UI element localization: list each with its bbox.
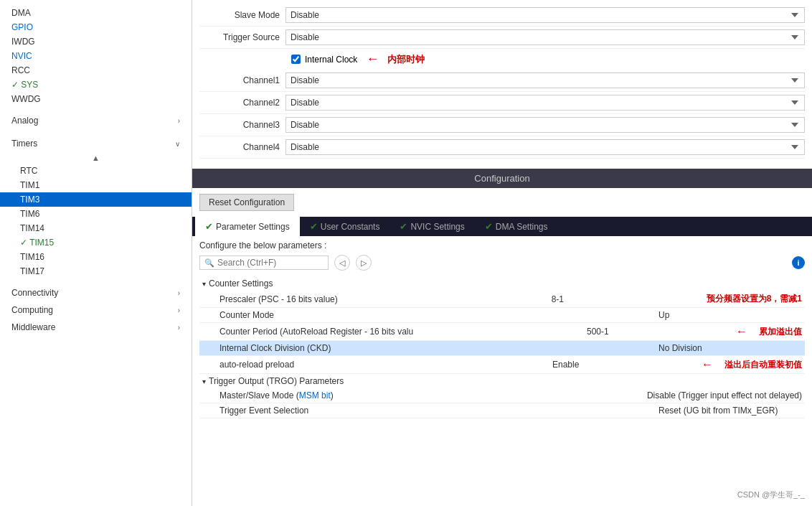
channel1-select[interactable]: Disable: [285, 72, 805, 88]
clock-division-value: No Division: [658, 343, 802, 353]
channel4-row: Channel4 Disable: [199, 136, 805, 159]
channel2-select[interactable]: Disable: [285, 95, 805, 111]
sidebar-section-connectivity[interactable]: Connectivity ›: [0, 284, 192, 301]
timers-arrow-icon: ∨: [175, 140, 180, 148]
internal-clock-row: Internal Clock ← 内部时钟: [199, 49, 805, 70]
sort-arrow-icon: ▲: [0, 152, 192, 164]
middleware-arrow-icon: ›: [178, 324, 180, 332]
prescaler-label: Prescaler (PSC - 16 bits value): [219, 294, 552, 304]
trigger-source-row: Trigger Source Disable: [199, 27, 805, 49]
master-slave-value: Disable (Trigger input effect not delaye…: [647, 390, 802, 400]
arrow-annotation-icon: ←: [366, 52, 379, 67]
reset-configuration-button[interactable]: Reset Configuration: [199, 194, 294, 211]
clock-division-row[interactable]: Internal Clock Division (CKD) No Divisio…: [199, 341, 805, 356]
counter-period-arrow-icon: ←: [736, 325, 747, 338]
tab-icon-nvic: ✔: [400, 221, 407, 232]
sidebar-item-tim17[interactable]: TIM17: [0, 264, 192, 278]
sidebar-item-tim15[interactable]: TIM15: [0, 235, 192, 250]
sidebar-item-tim1[interactable]: TIM1: [0, 178, 192, 192]
sidebar-item-dma[interactable]: DMA: [0, 6, 192, 20]
counter-mode-value: Up: [658, 310, 802, 320]
sidebar-item-nvic[interactable]: NVIC: [0, 49, 192, 63]
sidebar-item-gpio[interactable]: GPIO: [0, 20, 192, 34]
prescaler-row: Prescaler (PSC - 16 bits value) 8-1 预分频器…: [199, 291, 805, 308]
slave-mode-label: Slave Mode: [199, 10, 285, 20]
trigger-output-collapse-icon: ▾: [202, 378, 206, 385]
tab-label-dma: DMA Settings: [496, 222, 548, 232]
counter-settings-header[interactable]: ▾ Counter Settings: [199, 276, 805, 291]
sidebar-item-rtc[interactable]: RTC: [0, 164, 192, 178]
sidebar-item-rcc[interactable]: RCC: [0, 63, 192, 78]
search-input-wrap: 🔍: [199, 256, 329, 270]
master-slave-row: Master/Slave Mode (MSM bit) Disable (Tri…: [199, 388, 805, 403]
counter-period-label: Counter Period (AutoReload Register - 16…: [219, 327, 587, 337]
channel3-row: Channel3 Disable: [199, 114, 805, 136]
slave-mode-select[interactable]: Disable: [285, 7, 805, 23]
sidebar-item-tim6[interactable]: TIM6: [0, 207, 192, 221]
tabs-row: ✔ Parameter Settings ✔ User Constants ✔ …: [192, 217, 812, 236]
sidebar-section-middleware[interactable]: Middleware ›: [0, 319, 192, 336]
configuration-header: Configuration: [192, 169, 812, 188]
tab-user-constants[interactable]: ✔ User Constants: [300, 217, 390, 236]
sidebar: DMA GPIO IWDG NVIC RCC SYS WWDG Analog ›…: [0, 0, 192, 506]
tab-nvic-settings[interactable]: ✔ NVIC Settings: [390, 217, 474, 236]
params-area: Configure the below parameters : 🔍 ◁ ▷ i…: [192, 236, 812, 423]
sidebar-item-wwdg[interactable]: WWDG: [0, 92, 192, 106]
internal-clock-label: Internal Clock: [305, 55, 357, 65]
tab-dma-settings[interactable]: ✔ DMA Settings: [475, 217, 558, 236]
trigger-source-label: Trigger Source: [199, 32, 285, 42]
sidebar-section-analog[interactable]: Analog ›: [0, 112, 192, 129]
info-button[interactable]: i: [792, 256, 805, 269]
sidebar-section-computing[interactable]: Computing ›: [0, 301, 192, 319]
trigger-event-label: Trigger Event Selection: [219, 406, 658, 416]
clock-division-label: Internal Clock Division (CKD): [219, 343, 658, 353]
trigger-source-select[interactable]: Disable: [285, 29, 805, 45]
reset-btn-row: Reset Configuration: [192, 188, 812, 217]
tab-icon-user-constants: ✔: [310, 221, 318, 232]
main-content: Slave Mode Disable Trigger Source Disabl…: [192, 0, 812, 506]
top-config-panel: Slave Mode Disable Trigger Source Disabl…: [192, 0, 812, 163]
analog-label: Analog: [11, 116, 38, 126]
channel2-label: Channel2: [199, 98, 285, 108]
counter-mode-row: Counter Mode Up: [199, 308, 805, 323]
prescaler-annotation: 预分频器设置为8，需减1: [707, 293, 802, 305]
trigger-output-label: Trigger Output (TRGO) Parameters: [209, 376, 344, 386]
tab-parameter-settings[interactable]: ✔ Parameter Settings: [195, 217, 300, 236]
channel1-label: Channel1: [199, 75, 285, 85]
sidebar-item-tim16[interactable]: TIM16: [0, 250, 192, 264]
search-row: 🔍 ◁ ▷ i: [199, 255, 805, 271]
connectivity-label: Connectivity: [11, 288, 58, 298]
channel4-select[interactable]: Disable: [285, 139, 805, 155]
computing-arrow-icon: ›: [178, 306, 180, 314]
sidebar-item-sys[interactable]: SYS: [0, 78, 192, 92]
trigger-output-header[interactable]: ▾ Trigger Output (TRGO) Parameters: [199, 374, 805, 388]
tab-icon-parameter: ✔: [205, 221, 213, 232]
search-input[interactable]: [217, 258, 318, 268]
settings-tree: ▾ Counter Settings Prescaler (PSC - 16 b…: [199, 276, 805, 418]
counter-period-value: 500-1: [587, 327, 730, 337]
counter-settings-collapse-icon: ▾: [202, 280, 206, 288]
middleware-label: Middleware: [11, 322, 55, 332]
computing-label: Computing: [11, 305, 53, 315]
prescaler-value: 8-1: [552, 294, 695, 304]
channel3-select[interactable]: Disable: [285, 117, 805, 133]
sidebar-item-tim3[interactable]: TIM3: [0, 192, 192, 207]
internal-clock-checkbox[interactable]: [291, 55, 301, 64]
sidebar-section-timers[interactable]: Timers ∨: [0, 135, 192, 152]
watermark: CSDN @学生哥_-_: [737, 489, 805, 500]
slave-mode-row: Slave Mode Disable: [199, 4, 805, 27]
auto-reload-label: auto-reload preload: [219, 360, 552, 370]
sidebar-item-iwdg[interactable]: IWDG: [0, 34, 192, 49]
prev-nav-button[interactable]: ◁: [334, 255, 350, 271]
tab-label-user-constants: User Constants: [321, 222, 380, 232]
auto-reload-row: auto-reload preload Enable ← 溢出后自动重装初值: [199, 356, 805, 374]
counter-period-row: Counter Period (AutoReload Register - 16…: [199, 323, 805, 341]
connectivity-arrow-icon: ›: [178, 289, 180, 297]
channel4-label: Channel4: [199, 142, 285, 152]
sidebar-item-tim14[interactable]: TIM14: [0, 221, 192, 235]
timers-label: Timers: [11, 139, 37, 149]
search-icon: 🔍: [204, 258, 214, 268]
tab-label-parameter: Parameter Settings: [216, 222, 290, 232]
auto-reload-arrow-icon: ←: [702, 358, 713, 371]
next-nav-button[interactable]: ▷: [356, 255, 372, 271]
